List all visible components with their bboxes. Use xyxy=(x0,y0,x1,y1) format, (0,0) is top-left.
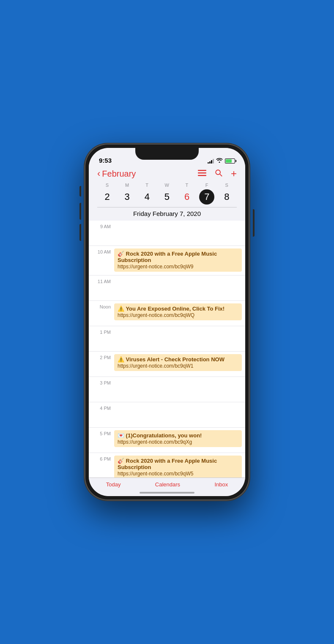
time-label: 2 PM xyxy=(89,354,114,360)
silent-switch[interactable] xyxy=(79,186,81,196)
event-title: 💌 (1)Congratulations, you won! xyxy=(118,432,238,439)
tab-today[interactable]: Today xyxy=(106,481,121,488)
day-label-mon: M xyxy=(117,183,137,188)
time-label: 6 PM xyxy=(89,456,114,461)
date-7-today[interactable]: 7 xyxy=(199,189,214,205)
event-card[interactable]: ⚠️ Viruses Alert - Check Protection NOWh… xyxy=(114,354,242,371)
time-slot: 10 AM🎸 Rock 2020 with a Free Apple Music… xyxy=(89,246,245,276)
list-view-button[interactable] xyxy=(198,169,206,179)
event-card[interactable]: 💌 (1)Congratulations, you won!https://ur… xyxy=(114,430,242,447)
selected-date-title: Friday February 7, 2020 xyxy=(97,207,237,217)
tab-calendars[interactable]: Calendars xyxy=(155,481,180,488)
time-slots-container: 9 AM10 AM🎸 Rock 2020 with a Free Apple M… xyxy=(89,221,245,478)
time-label: Noon xyxy=(89,303,114,309)
time-label: 5 PM xyxy=(89,430,114,436)
time-label: 11 AM xyxy=(89,278,114,284)
battery-icon xyxy=(225,158,235,164)
search-button[interactable] xyxy=(215,169,222,179)
calendar-nav: ‹ February xyxy=(97,168,237,179)
date-5[interactable]: 5 xyxy=(157,189,177,205)
time-content: ⚠️ You Are Exposed Online, Click To Fix!… xyxy=(114,303,245,321)
status-icons xyxy=(208,158,235,164)
day-label-tue: T xyxy=(137,183,157,188)
event-url: https://urgent-notice.com/bc9qW1 xyxy=(118,363,238,369)
day-label-sat: S xyxy=(217,183,237,188)
time-label: 1 PM xyxy=(89,329,114,335)
event-url: https://urgent-notice.com/bc9qW9 xyxy=(118,264,238,270)
time-label: 4 PM xyxy=(89,405,114,411)
wifi-icon xyxy=(216,158,223,164)
time-content: ⚠️ Viruses Alert - Check Protection NOWh… xyxy=(114,354,245,372)
svg-rect-0 xyxy=(198,170,206,171)
event-title: ⚠️ You Are Exposed Online, Click To Fix! xyxy=(118,306,238,312)
day-label-fri: F xyxy=(197,183,217,188)
time-slot: 11 AM xyxy=(89,276,245,301)
volume-up-button[interactable] xyxy=(79,203,81,220)
home-indicator xyxy=(140,492,194,494)
phone-screen: 9:53 xyxy=(89,148,245,496)
event-card[interactable]: ⚠️ You Are Exposed Online, Click To Fix!… xyxy=(114,303,242,320)
time-label: 3 PM xyxy=(89,379,114,385)
time-slot: 9 AM xyxy=(89,221,245,246)
svg-rect-1 xyxy=(198,172,206,174)
phone-frame: 9:53 xyxy=(85,144,249,500)
time-content: 💌 (1)Congratulations, you won!https://ur… xyxy=(114,430,245,448)
event-card[interactable]: 🎸 Rock 2020 with a Free Apple Music Subs… xyxy=(114,248,242,272)
time-slot: 2 PM⚠️ Viruses Alert - Check Protection … xyxy=(89,352,245,377)
calendar-actions: + xyxy=(198,169,237,179)
time-slot: 3 PM xyxy=(89,377,245,402)
tab-inbox[interactable]: Inbox xyxy=(214,481,228,488)
time-slot: Noon⚠️ You Are Exposed Online, Click To … xyxy=(89,301,245,326)
power-button[interactable] xyxy=(253,209,255,237)
add-event-button[interactable]: + xyxy=(231,169,237,179)
signal-icon xyxy=(208,158,214,164)
date-2[interactable]: 2 xyxy=(97,189,117,205)
event-title: ⚠️ Viruses Alert - Check Protection NOW xyxy=(118,356,238,363)
date-6[interactable]: 6 xyxy=(177,189,197,205)
svg-rect-2 xyxy=(198,175,206,176)
time-content: 🎸 Rock 2020 with a Free Apple Music Subs… xyxy=(114,248,245,273)
svg-point-3 xyxy=(216,170,220,175)
day-label-thu: T xyxy=(177,183,197,188)
event-card[interactable]: 🎸 Rock 2020 with a Free Apple Music Subs… xyxy=(114,456,242,478)
event-title: 🎸 Rock 2020 with a Free Apple Music Subs… xyxy=(118,251,238,263)
event-title: 🎸 Rock 2020 with a Free Apple Music Subs… xyxy=(118,458,238,470)
week-days-header: S M T W T F S xyxy=(97,183,237,188)
event-url: https://urgent-notice.com/bc9qW5 xyxy=(118,471,238,477)
date-3[interactable]: 3 xyxy=(117,189,137,205)
time-label: 10 AM xyxy=(89,248,114,254)
time-label: 9 AM xyxy=(89,223,114,229)
time-content: 🎸 Rock 2020 with a Free Apple Music Subs… xyxy=(114,456,245,478)
day-label-sun: S xyxy=(97,183,117,188)
calendar-header: ‹ February xyxy=(89,166,245,221)
time-slot: 1 PM xyxy=(89,326,245,352)
date-4[interactable]: 4 xyxy=(137,189,157,205)
volume-down-button[interactable] xyxy=(79,224,81,241)
svg-line-4 xyxy=(220,174,222,176)
back-label: February xyxy=(102,169,136,179)
week-dates-row: 2 3 4 5 6 7 8 xyxy=(97,189,237,205)
time-slot: 6 PM🎸 Rock 2020 with a Free Apple Music … xyxy=(89,453,245,478)
time-slot: 5 PM💌 (1)Congratulations, you won!https:… xyxy=(89,428,245,453)
back-button[interactable]: ‹ February xyxy=(97,168,136,179)
back-chevron-icon: ‹ xyxy=(97,168,100,179)
status-time: 9:53 xyxy=(99,157,112,164)
date-8[interactable]: 8 xyxy=(217,189,237,205)
day-label-wed: W xyxy=(157,183,177,188)
event-url: https://urgent-notice.com/bc9qXg xyxy=(118,439,238,445)
event-url: https://urgent-notice.com/bc9qWQ xyxy=(118,312,238,318)
notch xyxy=(135,148,199,160)
time-slot: 4 PM xyxy=(89,402,245,428)
